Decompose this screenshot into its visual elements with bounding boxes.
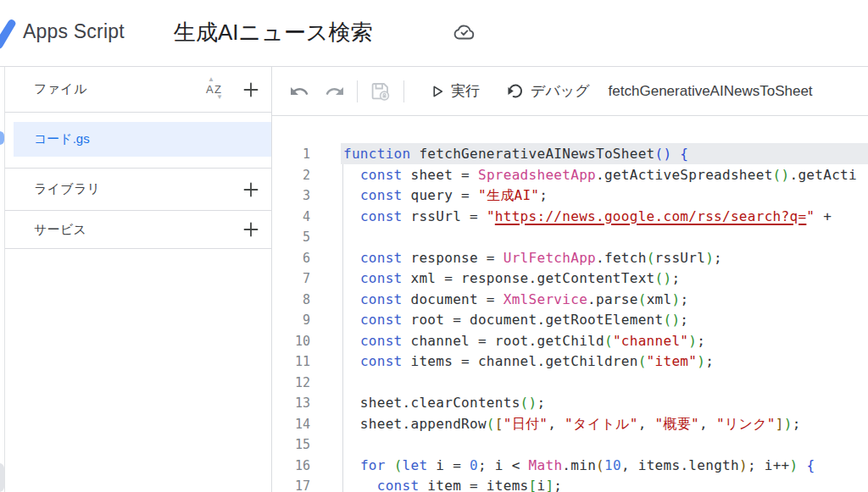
line-number: 9: [272, 310, 310, 331]
add-library-button[interactable]: [241, 180, 261, 200]
code-line[interactable]: function fetchGenerativeAINewsToSheet() …: [343, 144, 868, 165]
line-number: 6: [272, 248, 310, 269]
code-line[interactable]: [343, 373, 868, 394]
selected-nav-indicator: [0, 131, 4, 145]
line-number: 1: [272, 144, 310, 165]
line-number: 13: [272, 393, 310, 414]
play-icon: [430, 84, 445, 99]
function-selector[interactable]: fetchGenerativeAINewsToSheet: [609, 83, 813, 100]
app-name[interactable]: Apps Script: [23, 20, 125, 43]
undo-icon[interactable]: [289, 81, 309, 102]
content-area: ファイル AZ▲▼ コード.gs ライブラリ: [0, 66, 868, 492]
toolbar-divider: [403, 80, 404, 102]
line-number: 8: [272, 290, 310, 311]
file-sidebar: ファイル AZ▲▼ コード.gs ライブラリ: [5, 67, 272, 492]
project-title[interactable]: 生成AIニュース検索: [174, 18, 372, 47]
nav-rail-icon-fragment: [0, 463, 4, 492]
line-number: 2: [272, 165, 310, 186]
services-section: サービス: [5, 211, 271, 249]
code-line[interactable]: const query = "生成AI";: [343, 185, 868, 207]
header: Apps Script 生成AIニュース検索: [0, 0, 868, 66]
files-section-label: ファイル: [34, 81, 87, 97]
line-number: 15: [272, 434, 310, 456]
line-number: 10: [272, 331, 310, 352]
line-number: 14: [272, 414, 310, 435]
code-line[interactable]: const rssUrl = "https://news.google.com/…: [343, 207, 868, 228]
code-line[interactable]: for (let i = 0; i < Math.min(10, items.l…: [343, 456, 868, 477]
redo-icon[interactable]: [325, 81, 345, 102]
code-line[interactable]: sheet.clearContents();: [343, 393, 868, 414]
line-number: 11: [272, 351, 310, 373]
run-button[interactable]: 実行: [430, 81, 480, 101]
line-number: 5: [272, 227, 310, 248]
file-item-label: コード.gs: [34, 131, 90, 147]
code-line[interactable]: const items = channel.getChildren("item"…: [343, 351, 868, 373]
code-line[interactable]: const document = XmlService.parse(xml);: [343, 290, 868, 311]
debug-restart-icon: [505, 81, 525, 101]
code-line[interactable]: const root = document.getRootElement();: [343, 310, 868, 331]
debug-label: デバッグ: [531, 81, 590, 101]
cloud-check-icon: [452, 22, 477, 43]
editor-main: 実行 デバッグ fetchGenerativeAINewsToSheet ▾: [272, 67, 868, 492]
debug-button[interactable]: デバッグ: [505, 81, 590, 101]
az-sort-icon[interactable]: AZ▲▼: [203, 80, 225, 100]
file-item-code-gs[interactable]: コード.gs: [14, 122, 271, 157]
code-line[interactable]: const channel = root.getChild("channel")…: [343, 331, 868, 352]
run-label: 実行: [451, 81, 480, 101]
code-line[interactable]: const sheet = SpreadsheetApp.getActiveSp…: [343, 165, 868, 186]
code-line[interactable]: sheet.appendRow(["日付", "タイトル", "概要", "リン…: [343, 414, 868, 435]
editor-toolbar: 実行 デバッグ fetchGenerativeAINewsToSheet ▾: [272, 67, 868, 116]
libraries-section: ライブラリ: [5, 169, 271, 211]
line-number: 17: [272, 476, 310, 492]
add-file-button[interactable]: [241, 80, 261, 100]
code-line[interactable]: const response = UrlFetchApp.fetch(rssUr…: [343, 248, 868, 269]
code-line[interactable]: [343, 227, 868, 248]
line-number: 16: [272, 456, 310, 477]
code-line[interactable]: [343, 434, 868, 456]
line-number: 7: [272, 268, 310, 290]
code-line[interactable]: const item = items[i];: [343, 476, 868, 492]
libraries-label: ライブラリ: [34, 181, 100, 197]
line-number: 3: [272, 185, 310, 207]
add-service-button[interactable]: [241, 219, 261, 240]
apps-script-logo-icon[interactable]: [0, 15, 17, 49]
code-line[interactable]: const xml = response.getContentText();: [343, 268, 868, 290]
code-editor[interactable]: 1234567891011121314151617 function fetch…: [272, 116, 868, 492]
save-project-icon[interactable]: [369, 80, 392, 103]
files-section-header: ファイル AZ▲▼: [5, 67, 271, 113]
toolbar-divider: [357, 80, 358, 102]
line-number: 4: [272, 207, 310, 228]
apps-script-editor-window: Apps Script 生成AIニュース検索 ファイル AZ▲▼: [0, 0, 868, 492]
line-number: 12: [272, 373, 310, 394]
services-label: サービス: [34, 222, 86, 238]
